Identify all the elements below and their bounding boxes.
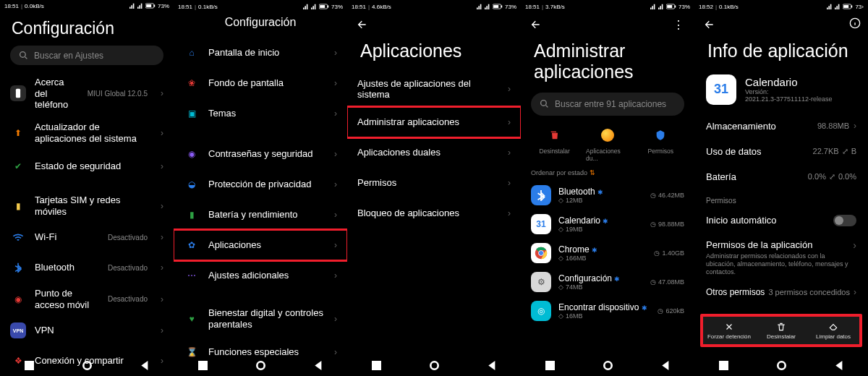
item-themes[interactable]: ▣Temas› bbox=[174, 98, 347, 129]
app-row-settings[interactable]: ⚙ Configuración ✱◇74MB ◷47.08MB bbox=[521, 268, 694, 296]
overflow-menu-icon[interactable]: ⋮ bbox=[670, 18, 687, 32]
item-manage-apps[interactable]: Administrar aplicaciones› bbox=[347, 107, 521, 137]
storage-icon: ◇ bbox=[558, 283, 563, 291]
item-additional[interactable]: ⋯Ajustes adicionales› bbox=[174, 260, 347, 291]
search-icon bbox=[540, 99, 549, 108]
autostart-toggle[interactable] bbox=[833, 215, 856, 226]
item-vpn[interactable]: VPN VPN › bbox=[0, 315, 174, 346]
force-stop-button[interactable]: Forzar detención bbox=[703, 317, 755, 344]
item-apps[interactable]: ✿Aplicaciones› bbox=[174, 230, 347, 260]
page-title: Configuración bbox=[0, 12, 174, 46]
chevron-right-icon: › bbox=[508, 208, 511, 218]
svg-rect-30 bbox=[719, 361, 728, 370]
item-privacy[interactable]: ◒Protección de privacidad› bbox=[174, 169, 347, 200]
item-wifi[interactable]: Wi-Fi Desactivado › bbox=[0, 222, 174, 252]
app-icon bbox=[531, 243, 551, 263]
app-row-bluetooth[interactable]: Bluetooth ✱◇12MB ◷46.42MB bbox=[521, 181, 694, 210]
search-input[interactable]: Buscar entre 91 aplicaciones bbox=[531, 93, 684, 116]
battery-icon bbox=[666, 4, 676, 9]
battery-icon bbox=[145, 3, 156, 9]
nav-home-icon[interactable] bbox=[603, 361, 613, 370]
item-battery[interactable]: ▮Batería y rendimiento› bbox=[174, 200, 347, 230]
wellbeing-icon: ♥ bbox=[184, 311, 200, 327]
app-row-find-device[interactable]: ◎ Encontrar dispositivo ✱◇16MB ◷620kB bbox=[521, 296, 694, 325]
page-title: Configuración bbox=[174, 13, 347, 38]
app-permissions-row[interactable]: Permisos de la aplicación › bbox=[694, 234, 868, 252]
chevron-right-icon: › bbox=[334, 270, 337, 281]
item-system-app-settings[interactable]: Ajustes de aplicaciones del sistema› bbox=[347, 72, 521, 107]
item-dual-apps[interactable]: Aplicaciones duales› bbox=[347, 137, 521, 168]
running-badge-icon: ✱ bbox=[597, 189, 603, 196]
nav-back-icon[interactable] bbox=[140, 361, 150, 370]
chevron-right-icon: › bbox=[334, 149, 337, 159]
stat-storage[interactable]: Almacenamiento98.88MB› bbox=[694, 114, 868, 139]
item-about-phone[interactable]: Acerca del teléfono MIUI Global 12.0.5 › bbox=[0, 72, 174, 114]
nav-home-icon[interactable] bbox=[777, 361, 786, 370]
signal-icon bbox=[827, 4, 833, 9]
info-icon[interactable] bbox=[849, 17, 861, 32]
nav-back-icon[interactable] bbox=[314, 361, 323, 370]
permissions-desc: Administrar permisos relacionados con la… bbox=[694, 252, 868, 281]
battery-icon bbox=[319, 4, 329, 9]
item-bluetooth[interactable]: Bluetooth Desactivado › bbox=[0, 252, 174, 283]
svg-rect-8 bbox=[320, 5, 325, 8]
other-permissions-row[interactable]: Otros permisos3 permisos concedidos › bbox=[694, 281, 868, 303]
screen-manage-apps: 18:51|3.7kB/s 73% ⋮ Administrar aplicaci… bbox=[521, 0, 694, 376]
svg-rect-10 bbox=[198, 361, 208, 370]
nav-recents-icon[interactable] bbox=[719, 361, 728, 370]
stat-data[interactable]: Uso de datos22.7KB ⤢B bbox=[694, 139, 868, 164]
autostart-row[interactable]: Inicio automático bbox=[694, 208, 868, 234]
nav-back-icon[interactable] bbox=[661, 361, 671, 370]
signal-icon bbox=[303, 4, 309, 9]
app-row-calendar[interactable]: 31 Calendario ✱◇19MB ◷98.88MB bbox=[521, 210, 694, 239]
battery-icon: ▮ bbox=[184, 207, 200, 223]
svg-point-31 bbox=[778, 362, 785, 369]
nav-bar bbox=[694, 354, 868, 376]
nav-recents-icon[interactable] bbox=[545, 361, 555, 370]
item-home-screen[interactable]: ⌂Pantalla de inicio› bbox=[174, 38, 347, 68]
back-button[interactable] bbox=[702, 17, 718, 33]
search-input[interactable]: Buscar en Ajustes bbox=[10, 46, 163, 65]
status-bar: 18:51|4.6kB/s 73% bbox=[347, 0, 521, 13]
clear-data-button[interactable]: Limpiar datos bbox=[807, 317, 859, 344]
item-system-updater[interactable]: ⬆ Actualizador de aplicaciones del siste… bbox=[0, 115, 174, 151]
action-permissions[interactable]: Permisos bbox=[639, 126, 682, 162]
nav-home-icon[interactable] bbox=[82, 361, 92, 370]
app-icon: ◎ bbox=[531, 301, 551, 321]
uninstall-button[interactable]: Desinstalar bbox=[755, 317, 807, 344]
nav-back-icon[interactable] bbox=[488, 361, 497, 370]
clock-icon: ◷ bbox=[650, 192, 656, 199]
nav-recents-icon[interactable] bbox=[372, 361, 381, 370]
lock-icon: ◉ bbox=[184, 146, 200, 162]
status-bar: 18:51|3.7kB/s 73% bbox=[521, 0, 694, 13]
svg-rect-1 bbox=[146, 4, 151, 7]
item-wellbeing[interactable]: ♥Bienestar digital y controles parentale… bbox=[174, 301, 347, 337]
app-row-chrome[interactable]: Chrome ✱◇166MB ◷1.40GB bbox=[521, 239, 694, 268]
item-wallpaper[interactable]: ❀Fondo de pantalla› bbox=[174, 68, 347, 98]
item-app-lock[interactable]: Bloqueo de aplicaciones› bbox=[347, 198, 521, 228]
item-security-status[interactable]: ✔ Estado de seguridad › bbox=[0, 151, 174, 181]
back-button[interactable] bbox=[528, 17, 544, 33]
screen-settings-scroll: 18:51|0.1kB/s 73% Configuración ⌂Pantall… bbox=[174, 0, 347, 376]
item-hotspot[interactable]: ◉ Punto de acceso móvil Desactivado › bbox=[0, 283, 174, 315]
action-dual-apps[interactable]: Aplicaciones du... bbox=[586, 126, 629, 162]
nav-recents-icon[interactable] bbox=[198, 361, 208, 370]
nav-home-icon[interactable] bbox=[256, 361, 265, 370]
item-permissions[interactable]: Permisos› bbox=[347, 168, 521, 198]
back-button[interactable] bbox=[354, 17, 370, 33]
nav-recents-icon[interactable] bbox=[25, 361, 34, 370]
nav-back-icon[interactable] bbox=[835, 361, 844, 370]
action-uninstall[interactable]: Desinstalar bbox=[533, 126, 576, 162]
stat-battery[interactable]: Batería0.0% ⤢0.0% bbox=[694, 164, 868, 189]
chevron-right-icon: › bbox=[508, 148, 511, 158]
page-title: Info de aplicación bbox=[694, 36, 868, 72]
app-name: Calendario bbox=[745, 76, 833, 88]
clock-icon: ◷ bbox=[650, 278, 656, 286]
item-sim[interactable]: ▮ Tarjetas SIM y redes móviles › bbox=[0, 190, 174, 223]
battery-icon bbox=[493, 4, 503, 9]
chevron-right-icon: › bbox=[854, 121, 856, 131]
item-passwords[interactable]: ◉Contraseñas y seguridad› bbox=[174, 139, 347, 169]
nav-home-icon[interactable] bbox=[430, 361, 439, 370]
sort-control[interactable]: Ordenar por estado ⇅ bbox=[521, 165, 694, 181]
screen-apps: 18:51|4.6kB/s 73% Aplicaciones Ajustes d… bbox=[347, 0, 521, 376]
